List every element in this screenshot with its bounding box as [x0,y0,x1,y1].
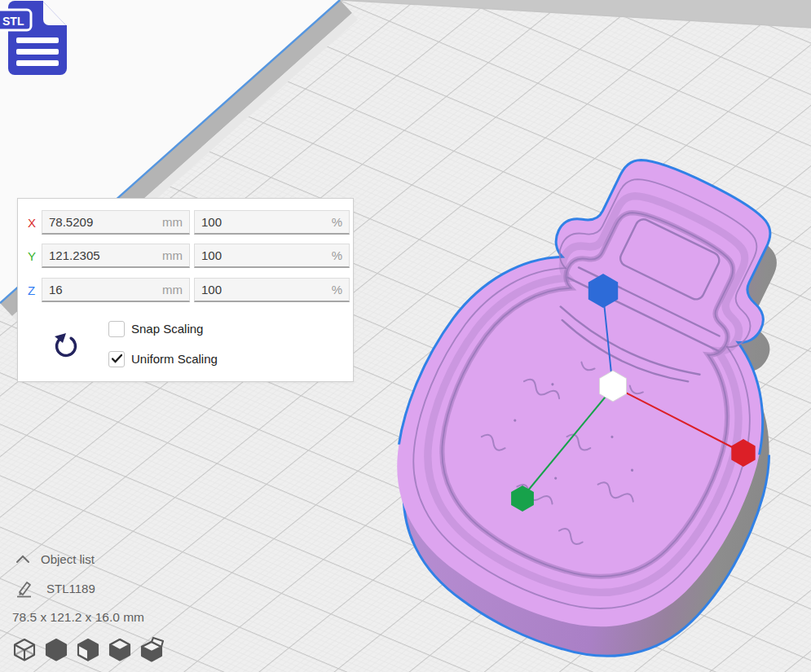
application-window: STL X mm % Y mm % [0,0,811,672]
uniform-scaling-label: Uniform Scaling [131,352,218,366]
scale-y-percent-input[interactable] [195,244,349,266]
cube-solid-icon[interactable] [43,637,68,664]
collapse-caret-icon[interactable] [15,555,30,564]
scale-z-percent-input[interactable] [195,279,349,301]
snap-scaling-row: Snap Scaling [108,320,203,337]
svg-text:STL: STL [2,15,24,28]
checkmark-icon [112,354,122,363]
model-dimensions: 78.5 x 121.2 x 16.0 mm [12,610,144,625]
reset-arrow-icon [52,329,82,360]
scale-row-x: X mm % [18,210,353,235]
object-list-item[interactable]: STL1189 [46,582,95,595]
scale-y-mm-input[interactable] [42,244,189,266]
pencil-icon [15,579,34,599]
uniform-scaling-checkbox[interactable] [108,351,125,367]
object-list-title[interactable]: Object list [41,552,95,566]
uniform-scaling-row: Uniform Scaling [108,350,218,367]
y-axis-label: Y [28,249,36,263]
z-axis-label: Z [28,283,35,297]
scale-row-y: Y mm % [18,244,353,268]
snap-scaling-label: Snap Scaling [131,322,203,336]
scale-tool-panel: X mm % Y mm % Z mm [17,198,354,382]
reset-scale-button[interactable] [51,329,82,362]
x-axis-label: X [28,216,36,230]
cube-top-face-icon[interactable] [107,637,132,664]
stl-file-logo: STL [0,0,82,81]
stl-badge: STL [0,10,31,30]
scale-x-mm-input[interactable] [42,211,189,233]
cube-wireframe-icon[interactable] [11,637,37,664]
cube-open-lid-icon[interactable] [139,637,164,664]
cube-front-face-icon[interactable] [75,637,100,664]
scale-row-z: Z mm % [18,278,353,302]
snap-scaling-checkbox[interactable] [108,321,125,337]
scale-x-percent-input[interactable] [195,211,349,233]
view-toolbar [11,637,164,664]
scale-z-mm-input[interactable] [42,279,189,301]
